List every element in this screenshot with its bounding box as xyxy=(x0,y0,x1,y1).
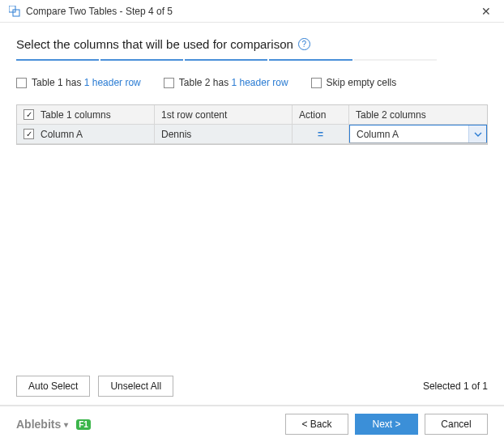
checkbox-icon[interactable] xyxy=(23,129,34,139)
checkbox-icon[interactable] xyxy=(164,78,174,88)
cell-table2-col[interactable]: Column A - None - Column A xyxy=(349,125,487,144)
col-header-firstrow: 1st row content xyxy=(155,105,293,125)
opt-table2-header[interactable]: Table 2 has 1 header row xyxy=(164,77,288,88)
lower-controls: Auto Select Unselect All Selected 1 of 1 xyxy=(16,376,488,397)
heading-text: Select the columns that will be used for… xyxy=(16,37,293,51)
cell-action[interactable]: = xyxy=(293,125,349,144)
header-row-link-2[interactable]: 1 header row xyxy=(232,77,288,88)
brand-name: Ablebits xyxy=(16,418,61,431)
app-icon xyxy=(8,5,21,18)
chevron-down-icon[interactable] xyxy=(468,125,486,142)
opt-label: Skip empty cells xyxy=(327,77,397,88)
checkbox-icon[interactable] xyxy=(311,78,322,88)
table2-column-dropdown[interactable]: Column A - None - Column A xyxy=(349,125,487,143)
page-heading: Select the columns that will be used for… xyxy=(16,37,488,51)
help-badge[interactable]: F1 xyxy=(76,419,91,430)
step-5 xyxy=(354,59,437,61)
titlebar: Compare Two Tables - Step 4 of 5 ✕ xyxy=(0,0,504,23)
close-icon[interactable]: ✕ xyxy=(476,2,496,21)
header-row-link-1[interactable]: 1 header row xyxy=(84,77,141,88)
cancel-button[interactable]: Cancel xyxy=(425,414,488,435)
col-header-table2: Table 2 columns xyxy=(349,105,487,125)
selection-status: Selected 1 of 1 xyxy=(423,380,488,392)
brand[interactable]: Ablebits ▾ F1 xyxy=(16,418,91,431)
svg-rect-1 xyxy=(13,10,19,16)
opt-label: Table 1 has 1 header row xyxy=(32,77,141,88)
table-row: Column A Dennis = Column A - None - Colu… xyxy=(17,125,487,144)
help-icon[interactable]: ? xyxy=(298,38,310,50)
step-4 xyxy=(269,59,352,61)
back-button[interactable]: < Back xyxy=(285,414,348,435)
opt-table1-header[interactable]: Table 1 has 1 header row xyxy=(16,77,141,88)
step-1 xyxy=(16,59,99,61)
checkbox-icon[interactable] xyxy=(16,78,27,88)
col-header-table1[interactable]: Table 1 columns xyxy=(17,105,155,125)
equals-icon: = xyxy=(318,129,323,140)
cell-table1-col[interactable]: Column A xyxy=(17,125,155,144)
table-header: Table 1 columns 1st row content Action T… xyxy=(17,105,487,125)
options-row: Table 1 has 1 header row Table 2 has 1 h… xyxy=(16,77,488,88)
chevron-down-icon: ▾ xyxy=(64,420,68,429)
dropdown-value: Column A xyxy=(350,129,468,140)
unselect-all-button[interactable]: Unselect All xyxy=(98,376,173,397)
opt-skip-empty[interactable]: Skip empty cells xyxy=(311,77,397,88)
columns-table: Table 1 columns 1st row content Action T… xyxy=(16,104,488,145)
step-2 xyxy=(100,59,183,61)
dropdown-list: - None - Column A xyxy=(349,142,487,144)
svg-rect-0 xyxy=(9,6,15,12)
col-header-action: Action xyxy=(293,105,349,125)
checkbox-icon[interactable] xyxy=(23,109,34,120)
dropdown-option-none[interactable]: - None - xyxy=(350,143,486,144)
auto-select-button[interactable]: Auto Select xyxy=(16,376,90,397)
step-progress xyxy=(16,59,488,61)
next-button[interactable]: Next > xyxy=(355,414,418,435)
content-area: Select the columns that will be used for… xyxy=(0,23,504,405)
opt-label: Table 2 has 1 header row xyxy=(179,77,288,88)
step-3 xyxy=(185,59,267,61)
footer: Ablebits ▾ F1 < Back Next > Cancel xyxy=(0,405,504,442)
cell-firstrow: Dennis xyxy=(155,125,293,144)
window-title: Compare Two Tables - Step 4 of 5 xyxy=(26,6,476,17)
